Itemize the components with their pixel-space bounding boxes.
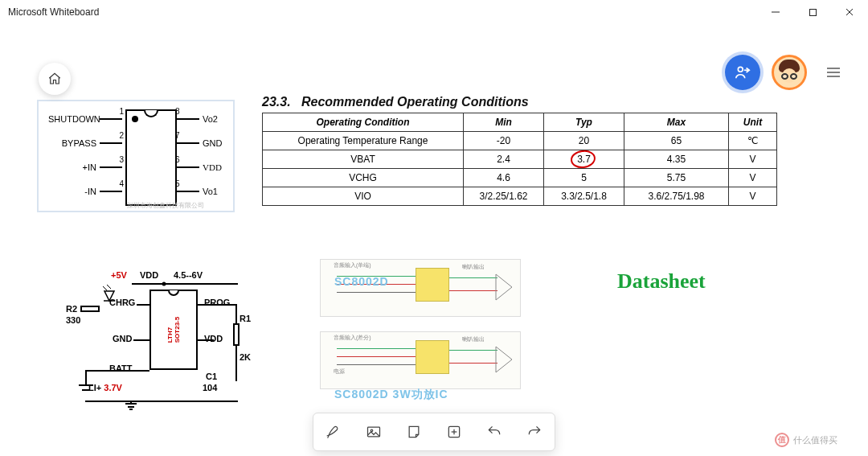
pin-7: 7GND: [177, 138, 251, 148]
chip-diagram-image[interactable]: SHUTDOWN1 BYPASS2 +IN3 -IN4 8Vo2 7GND 6V…: [37, 100, 235, 212]
svg-line-11: [103, 286, 107, 290]
svg-marker-17: [496, 274, 512, 300]
label-vdd2: VDD: [204, 334, 223, 343]
table-row: VBAT2.43.74.35V: [263, 150, 777, 169]
home-icon: [47, 72, 62, 86]
undo-tool[interactable]: [485, 423, 503, 441]
col-max: Max: [624, 113, 729, 132]
svg-rect-1: [809, 9, 816, 15]
add-tool[interactable]: [445, 423, 463, 441]
label-vdd: VDD: [140, 270, 158, 280]
charger-circuit-image[interactable]: +5V VDD 4.5--6V LTH7SOT23-5 CHRG GND BAT…: [61, 265, 262, 418]
col-condition: Operating Condition: [263, 113, 464, 132]
window-titlebar: Microsoft Whiteboard: [0, 0, 868, 24]
label-c1v: 104: [203, 383, 217, 392]
label-r1v: 2K: [240, 352, 251, 362]
whiteboard-canvas[interactable]: SHUTDOWN1 BYPASS2 +IN3 -IN4 8Vo2 7GND 6V…: [0, 24, 868, 456]
label-r2: R2: [66, 304, 77, 314]
add-icon: [446, 424, 462, 440]
image-icon: [366, 424, 382, 440]
svg-point-4: [738, 67, 743, 72]
maximize-button[interactable]: [794, 0, 831, 24]
pin-3: +IN3: [48, 162, 122, 172]
label-r1: R1: [240, 314, 251, 323]
col-unit: Unit: [729, 113, 777, 132]
source-watermark: 值 什么值得买: [775, 429, 863, 451]
col-typ: Typ: [544, 113, 624, 132]
section-title: 23.3. Recommended Operating Conditions: [262, 95, 529, 109]
label-prog: PROG: [204, 298, 230, 307]
pin-6: 6VDD: [177, 162, 251, 172]
pin-1: SHUTDOWN1: [48, 114, 122, 124]
menu-icon: [826, 67, 841, 78]
label-vrange: 4.5--6V: [174, 270, 203, 280]
label-c1: C1: [206, 372, 217, 381]
note-icon: [406, 424, 422, 440]
close-button[interactable]: [831, 0, 868, 24]
image-tool[interactable]: [365, 423, 383, 441]
pen-tool[interactable]: [325, 423, 342, 441]
pin-2: BYPASS2: [48, 138, 122, 148]
label-r2v: 330: [66, 315, 80, 325]
svg-marker-9: [104, 291, 114, 301]
table-row: VCHG4.655.75V: [263, 169, 777, 187]
circuit-ic: LTH7SOT23-5: [149, 290, 198, 370]
settings-button[interactable]: [818, 57, 849, 88]
label-5v: +5V: [111, 270, 127, 280]
col-min: Min: [464, 113, 544, 132]
bottom-toolbar: [313, 413, 555, 451]
table-row: VIO3/2.25/1.623.3/2.5/1.83.6/2.75/1.98V: [263, 187, 777, 206]
schematic-image-2[interactable]: 音频输入(差分) 喇叭输出 电源: [320, 331, 521, 389]
share-person-icon: [734, 64, 751, 81]
redo-icon: [526, 424, 542, 440]
home-button[interactable]: [39, 63, 71, 95]
pin-4: -IN4: [48, 187, 122, 196]
undo-icon: [486, 424, 502, 440]
share-button[interactable]: [725, 55, 760, 90]
pin-8: 8Vo2: [177, 114, 251, 124]
table-header-row: Operating Condition Min Typ Max Unit: [263, 113, 777, 132]
label-batt: BATT: [109, 364, 133, 373]
user-avatar[interactable]: [772, 55, 807, 90]
table-row: Operating Temperature Range-202065℃: [263, 132, 777, 150]
operating-conditions-table: Operating Condition Min Typ Max Unit Ope…: [262, 113, 777, 206]
schematic-caption-1: SC8002D: [334, 275, 389, 288]
note-tool[interactable]: [405, 423, 423, 441]
label-gnd: GND: [113, 334, 132, 343]
minimize-button[interactable]: [757, 0, 794, 24]
label-li: LI+ 3.7V: [88, 383, 122, 392]
chip-body: [125, 109, 177, 206]
schematic-image-1[interactable]: 音频输入(单端) 喇叭输出: [320, 259, 521, 317]
ink-text-datasheet[interactable]: Datasheet: [617, 269, 706, 294]
window-title: Microsoft Whiteboard: [8, 6, 99, 18]
pen-icon: [326, 424, 342, 440]
pin-5: 5Vo1: [177, 187, 251, 196]
redo-tool[interactable]: [526, 423, 543, 441]
image-watermark: 深圳市海创鑫科技有限公司: [127, 201, 204, 210]
svg-marker-18: [496, 347, 512, 372]
svg-line-12: [107, 285, 111, 289]
schematic-caption-2: SC8002D 3W功放IC: [334, 388, 448, 402]
